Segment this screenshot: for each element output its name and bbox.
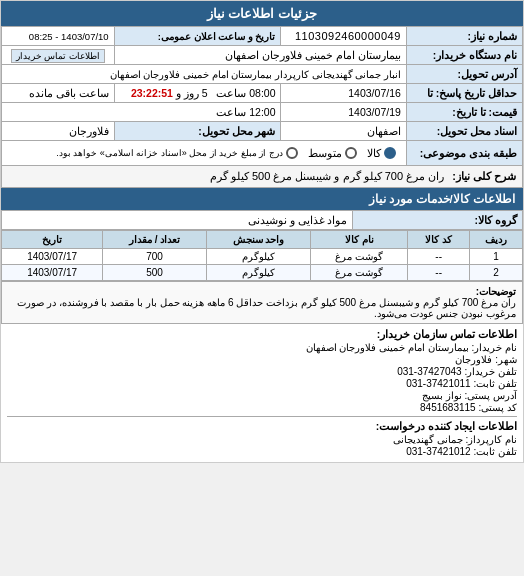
cell-qty: 700 (103, 249, 207, 265)
delivery-row: آدرس تحویل: انبار جمانی گهندیجانی کارپرد… (2, 65, 523, 84)
buyer-address-value: آدرس پستی: نواز بسیج (422, 390, 517, 401)
provider-phone-row: تلفن ثابت: 37421012-031 (7, 446, 517, 457)
buyer-contact-title: اطلاعات تماس سازمان خریدار: (7, 328, 517, 340)
buyer-postal-row: کد پستی: 8451683115 (7, 402, 517, 413)
option-kala: کالا (367, 147, 396, 159)
contact-divider (7, 416, 517, 417)
buyer-postal-label: کد پستی: (478, 402, 517, 413)
max-date-time: 12:00 ساعت (2, 103, 281, 122)
buyer-phone2-label: تلفن ثابت: (473, 378, 517, 389)
col-qty: تعداد / مقدار (103, 231, 207, 249)
provider-name-value: نام کارپرداز: جمانی گهندیجانی (393, 434, 517, 445)
provider-phone-value: 37421012-031 (406, 446, 471, 457)
col-date: تاریخ (2, 231, 103, 249)
products-header-row: ردیف کد کالا نام کالا واحد سنجش تعداد / … (2, 231, 523, 249)
buyer-phone2-row: تلفن ثابت: 37421011-031 (7, 378, 517, 389)
cell-name: گوشت مرغ (311, 249, 408, 265)
option-docs-label: درج از مبلغ خرید از محل «اسناد خزانه اسل… (56, 148, 283, 158)
buyer-phone1-row: تلفن خریدار: 37427043-031 (7, 366, 517, 377)
notes-text: ران مرغ 700 کیلو گرم و شیبسنل مرغ 500 کی… (17, 297, 516, 319)
cell-name: گوشت مرغ (311, 265, 408, 281)
days-value: 5 (202, 87, 208, 99)
min-date-time: 08:00 ساعت 5 روز و 23:22:51 (114, 84, 281, 103)
cell-qty: 500 (103, 265, 207, 281)
buyer-name-label: نام خریدار: (471, 342, 517, 353)
option-medium-label: متوسط (308, 147, 342, 159)
buyer-address-row: آدرس پستی: نواز بسیج (7, 390, 517, 401)
notes-section: توضیحات: ران مرغ 700 کیلو گرم و شیبسنل م… (1, 281, 523, 324)
buyer-name-row: نام خریدار: بیمارستان امام خمینی فلاورجا… (7, 342, 517, 353)
option-docs: درج از مبلغ خرید از محل «اسناد خزانه اسل… (56, 147, 298, 159)
city-label: شهر محل تحویل: (114, 122, 281, 141)
min-date-row: حداقل تاریخ پاسخ: تا 1403/07/16 08:00 سا… (2, 84, 523, 103)
notes-title: توضیحات: (476, 286, 516, 297)
contact-section: اطلاعات تماس سازمان خریدار: نام خریدار: … (1, 324, 523, 462)
city-value: فلاورجان (2, 122, 115, 141)
cell-row: 1 (469, 249, 522, 265)
cell-unit: کیلوگرم (206, 265, 310, 281)
group-label: گروه کالا: (353, 211, 523, 230)
cell-unit: کیلوگرم (206, 249, 310, 265)
page-header: جزئیات اطلاعات نیاز (1, 1, 523, 26)
notice-number-value: 1103092460000049 (281, 27, 406, 46)
time-label-1: ساعت (216, 87, 246, 99)
option-kala-label: کالا (367, 147, 381, 159)
option-medium: متوسط (308, 147, 357, 159)
max-date-row: قیمت: تا تاریخ: 1403/07/19 12:00 ساعت (2, 103, 523, 122)
page-title: جزئیات اطلاعات نیاز (207, 6, 317, 21)
radio-docs (286, 147, 298, 159)
buyer-city-row: شهر: فلاورجان (7, 354, 517, 365)
buyer-phone1-label: تلفن خریدار: (464, 366, 517, 377)
buyer-phone2-value: 37421011-031 (406, 378, 471, 389)
min-date-label: حداقل تاریخ پاسخ: تا (406, 84, 522, 103)
provider-title: اطلاعات ایجاد کننده درخواست: (7, 420, 517, 432)
notice-number-label: شماره نیاز: (406, 27, 522, 46)
delivery-label: آدرس تحویل: (406, 65, 522, 84)
radio-kala (384, 147, 396, 159)
col-name: نام کالا (311, 231, 408, 249)
min-date-date: 1403/07/16 (281, 84, 406, 103)
group-value: مواد غذایی و نوشیدنی (2, 211, 353, 230)
radio-medium (345, 147, 357, 159)
cell-row: 2 (469, 265, 522, 281)
delivery-location-label: اسناد محل تحویل: (406, 122, 522, 141)
cell-date: 1403/07/17 (2, 249, 103, 265)
max-date-label: قیمت: تا تاریخ: (406, 103, 522, 122)
goods-meta-table: گروه کالا: مواد غذایی و نوشیدنی (1, 210, 523, 230)
buyer-postal-value: 8451683115 (420, 402, 476, 413)
product-title-value: ران مرغ 700 کیلو گرم و شیبسنل مرغ 500 کی… (210, 170, 444, 182)
max-date-date: 1403/07/19 (281, 103, 406, 122)
buyer-phone1-value: 37427043-031 (397, 366, 462, 377)
cell-code: -- (408, 249, 469, 265)
delivery-value: انبار جمانی گهندیجانی کارپردار بیمارستان… (2, 65, 407, 84)
col-row-num: ردیف (469, 231, 522, 249)
time-remaining-value: 23:22:51 (131, 87, 173, 99)
table-row: 1--گوشت مرغکیلوگرم7001403/07/17 (2, 249, 523, 265)
page-wrapper: جزئیات اطلاعات نیاز شماره نیاز: 11030924… (0, 0, 524, 463)
provider-name-row: نام کارپرداز: جمانی گهندیجانی (7, 434, 517, 445)
days-label: روز و (176, 87, 199, 99)
location-row: اسناد محل تحویل: اصفهان شهر محل تحویل: ف… (2, 122, 523, 141)
cell-code: -- (408, 265, 469, 281)
col-code: کد کالا (408, 231, 469, 249)
delivery-location-value: اصفهان (281, 122, 406, 141)
category-label: طبقه بندی موضوعی: (406, 141, 522, 166)
cell-date: 1403/07/17 (2, 265, 103, 281)
goods-section-title: اطلاعات کالا/خدمات مورد نیاز (1, 188, 523, 210)
purchase-type-options: کالا متوسط درج از مبلغ خرید از محل «اسنا… (7, 144, 401, 162)
category-row: طبقه بندی موضوعی: کالا متوسط درج از مبلغ… (2, 141, 523, 166)
category-value: کالا متوسط درج از مبلغ خرید از محل «اسنا… (2, 141, 407, 166)
group-row: گروه کالا: مواد غذایی و نوشیدنی (2, 211, 523, 230)
col-unit: واحد سنجش (206, 231, 310, 249)
product-title-label: شرح کلی نیاز: (452, 170, 516, 182)
top-info-table: شماره نیاز: 1103092460000049 تاریخ و ساع… (1, 26, 523, 166)
contact-info-badge[interactable]: اطلاعات تماس خریدار (11, 49, 105, 63)
date-label: تاریخ و ساعت اعلان عمومی: (114, 27, 281, 46)
products-table: ردیف کد کالا نام کالا واحد سنجش تعداد / … (1, 230, 523, 281)
buyer-org-label: نام دستگاه خریدار: (406, 46, 522, 65)
table-row: 2--گوشت مرغکیلوگرم5001403/07/17 (2, 265, 523, 281)
buyer-org-row: نام دستگاه خریدار: بیمارستان امام خمینی … (2, 46, 523, 65)
product-title-section: شرح کلی نیاز: ران مرغ 700 کیلو گرم و شیب… (1, 166, 523, 188)
date-value: 1403/07/10 - 08:25 (2, 27, 115, 46)
provider-phone-label: تلفن ثابت: (473, 446, 517, 457)
